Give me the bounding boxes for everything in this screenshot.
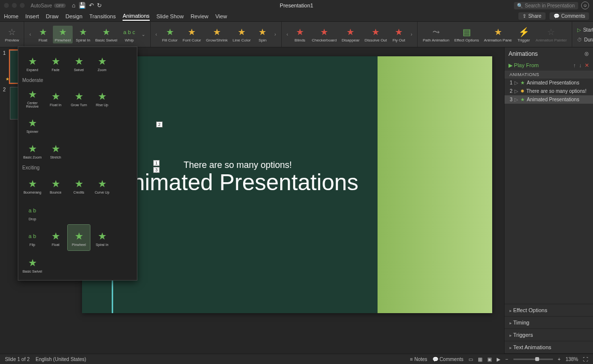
view-normal-icon[interactable]: ▭ <box>468 357 473 362</box>
tab-insert[interactable]: Insert <box>25 12 39 20</box>
accordion-triggers[interactable]: Triggers <box>505 329 593 341</box>
gallery-item-drop[interactable]: a bDrop <box>21 199 43 225</box>
tab-draw[interactable]: Draw <box>46 12 59 20</box>
gallery-item-boomerang[interactable]: ★Boomerang <box>21 172 43 198</box>
comments-button[interactable]: 💬Comments <box>550 12 589 20</box>
tab-animations[interactable]: Animations <box>123 12 149 21</box>
animations-section-label: ANIMATIONS <box>505 71 593 79</box>
emphasis-gallery: ‹ ★Fill Color ★Font Color ★Grow/Shrink ★… <box>151 22 282 47</box>
gallery-item-spiral-in[interactable]: ★Spiral In <box>91 225 113 250</box>
tab-slideshow[interactable]: Slide Show <box>157 12 184 20</box>
gallery-item-fade[interactable]: ★Fade <box>44 50 67 76</box>
window-controls[interactable] <box>4 3 25 8</box>
anim-blinds[interactable]: ★Blinds <box>291 26 309 43</box>
animation-tag[interactable]: 3 <box>153 167 160 173</box>
exit-gallery: ‹ ★Blinds ★Checkerboard ★Disappear ★Diss… <box>282 22 418 47</box>
gallery-item-swivel[interactable]: ★Swivel <box>68 50 90 76</box>
animation-tools: ⤳Path Animation ▤Effect Options ★Animati… <box>418 22 572 47</box>
anim-fill-color[interactable]: ★Fill Color <box>160 26 180 43</box>
gallery-item-flip[interactable]: a bFlip <box>21 225 43 250</box>
tab-design[interactable]: Design <box>66 12 83 20</box>
gallery-item-center-revolve[interactable]: ★Center Revolve <box>21 85 43 111</box>
animation-indicator-icon: ★ <box>5 77 9 81</box>
anim-list-item[interactable]: 2 ▷ ✸ There are so many options! <box>505 87 593 95</box>
preview-button[interactable]: ☆ Preview <box>3 26 21 43</box>
animation-pane-button[interactable]: ★Animation Pane <box>482 26 513 43</box>
zoom-in-icon[interactable]: + <box>558 357 561 362</box>
gallery-item-curve-up[interactable]: ★Curve Up <box>91 172 113 198</box>
gallery-item-grow-turn[interactable]: ★Grow Turn <box>68 85 90 111</box>
anim-disappear[interactable]: ★Disappear <box>339 26 361 43</box>
anim-grow-shrink[interactable]: ★Grow/Shrink <box>204 26 230 43</box>
animation-tag[interactable]: 2 <box>156 121 163 127</box>
notes-button[interactable]: ≡ Notes <box>410 357 427 362</box>
gallery-item-bounce[interactable]: ★Bounce <box>44 172 67 198</box>
gallery-item-expand[interactable]: ★Expand <box>21 50 43 76</box>
gallery-item-zoom[interactable]: ★Zoom <box>91 50 113 76</box>
move-up-icon[interactable]: ↑ <box>573 62 576 69</box>
autosave-toggle[interactable]: AutoSave OFF <box>31 3 66 8</box>
gallery-more-icon[interactable]: ⌄ <box>139 32 147 37</box>
anim-list-item[interactable]: 1 ▷ ★ Animated Presentations <box>505 79 593 87</box>
gallery-item-credits[interactable]: ★Credits <box>68 172 90 198</box>
gallery-item-stretch[interactable]: ★Stretch <box>44 137 67 163</box>
gallery-item-spinner[interactable]: ★Spinner <box>21 112 43 137</box>
feedback-icon[interactable]: ☺ <box>581 1 589 9</box>
view-slideshow-icon[interactable]: ▶ <box>497 357 501 362</box>
play-from-button[interactable]: ▶ Play From <box>508 62 539 69</box>
anim-dissolve-out[interactable]: ★Dissolve Out <box>363 26 389 43</box>
gallery-item-float-in[interactable]: ★Float In <box>44 85 67 111</box>
accordion-text-animations[interactable]: Text Animations <box>505 341 593 354</box>
anim-fly-out[interactable]: ★Fly Out <box>390 26 408 43</box>
slide-canvas[interactable]: ★Expand★Fade★Swivel★ZoomModerate★Center … <box>70 47 504 354</box>
slide[interactable]: There are so many options! Animated Pres… <box>82 56 492 313</box>
anim-whip[interactable]: a b cWhip <box>121 26 138 43</box>
home-icon[interactable]: ⌂ <box>72 2 75 9</box>
share-button[interactable]: ⇪Share <box>518 12 546 20</box>
anim-list-item[interactable]: 3 ▷ ★ Animated Presentations <box>505 95 593 104</box>
anim-spin[interactable]: ★Spin <box>254 26 271 43</box>
anim-checkerboard[interactable]: ★Checkerboard <box>310 26 339 43</box>
anim-pinwheel[interactable]: ★Pinwheel <box>53 26 73 43</box>
comments-status-button[interactable]: 💬 Comments <box>432 357 464 362</box>
animation-painter-button[interactable]: ☆Animation Painter <box>534 26 569 43</box>
tab-review[interactable]: Review <box>191 12 209 20</box>
search-input[interactable]: 🔍 Search in Presentation <box>514 2 578 9</box>
animation-tag[interactable]: 1 <box>153 160 160 166</box>
delete-anim-icon[interactable]: ✕ <box>585 62 589 69</box>
accordion-effect-options[interactable]: Effect Options <box>505 304 593 317</box>
ribbon-tabs: Home Insert Draw Design Transitions Anim… <box>0 11 593 22</box>
gallery-item-pinwheel[interactable]: ★Pinwheel <box>68 225 90 250</box>
gallery-prev-icon[interactable]: ‹ <box>27 32 33 37</box>
redo-icon[interactable]: ↻ <box>97 2 102 9</box>
animation-pane: Animations ⊗ ▶ Play From ↑ ↓ ✕ ANIMATION… <box>504 47 593 354</box>
accordion-timing[interactable]: Timing <box>505 317 593 329</box>
zoom-slider[interactable] <box>513 359 553 360</box>
anim-basic-swivel[interactable]: ★Basic Swivel <box>93 26 120 43</box>
gallery-item-basic-zoom[interactable]: ★Basic Zoom <box>21 137 43 163</box>
anim-float[interactable]: ★Float <box>34 26 52 43</box>
view-sorter-icon[interactable]: ▦ <box>478 357 482 362</box>
undo-icon[interactable]: ↶ <box>89 2 94 9</box>
zoom-level[interactable]: 138% <box>565 357 578 362</box>
effect-options-button[interactable]: ▤Effect Options <box>452 26 481 43</box>
fit-window-icon[interactable]: ⛶ <box>583 357 588 362</box>
gallery-item-float[interactable]: ★Float <box>44 225 67 250</box>
trigger-button[interactable]: ⚡Trigger <box>515 26 533 43</box>
anim-spiral-in[interactable]: ★Spiral In <box>74 26 92 43</box>
language-indicator[interactable]: English (United States) <box>36 357 86 362</box>
tab-view[interactable]: View <box>215 12 227 20</box>
close-pane-icon[interactable]: ⊗ <box>584 50 589 57</box>
move-down-icon[interactable]: ↓ <box>579 62 582 69</box>
path-animation-button[interactable]: ⤳Path Animation <box>421 26 451 43</box>
anim-font-color[interactable]: ★Font Color <box>180 26 203 43</box>
entrance-gallery-dropdown: ★Expand★Fade★Swivel★ZoomModerate★Center … <box>18 46 137 281</box>
zoom-out-icon[interactable]: − <box>506 357 508 362</box>
anim-line-color[interactable]: ★Line Color <box>231 26 253 43</box>
gallery-item-basic-swivel[interactable]: ★Basic Swivel <box>21 251 43 277</box>
view-reading-icon[interactable]: ▣ <box>487 357 492 362</box>
save-icon[interactable]: 💾 <box>79 2 86 9</box>
tab-transitions[interactable]: Transitions <box>89 12 116 20</box>
tab-home[interactable]: Home <box>4 12 18 20</box>
gallery-item-rise-up[interactable]: ★Rise Up <box>91 85 113 111</box>
